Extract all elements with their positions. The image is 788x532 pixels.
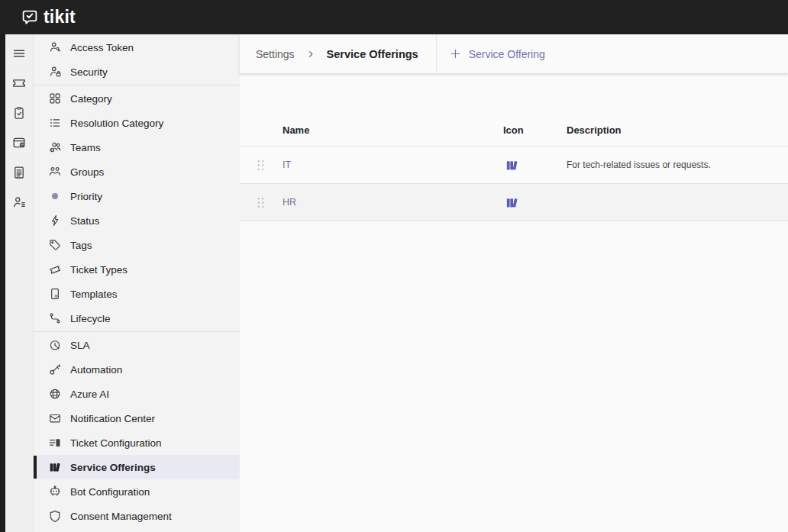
settings-sidebar: Access Token Security [34, 34, 240, 532]
logo-wordmark: tikit [44, 7, 76, 27]
sidebar-item-label: Tags [70, 240, 92, 251]
people-add-icon [48, 140, 62, 154]
document-icon[interactable] [9, 163, 29, 182]
sidebar-item-azure-ai[interactable]: Azure AI [34, 382, 240, 406]
service-offering-description: For tech-related issues or requests. [567, 160, 788, 170]
sidebar-item-label: Templates [70, 289, 118, 300]
sidebar-item-label: SLA [70, 340, 90, 351]
sidebar-item-ticket-configuration[interactable]: Ticket Configuration [34, 430, 240, 455]
sidebar-item-label: Notification Center [70, 413, 155, 424]
mail-icon [48, 411, 62, 425]
sidebar-item-service-offerings[interactable]: Service Offerings [34, 455, 240, 479]
flow-icon [48, 311, 62, 325]
document-template-icon [48, 287, 62, 301]
sidebar-item-ticket-types[interactable]: Ticket Types [34, 257, 240, 282]
sidebar-item-label: Azure AI [70, 389, 109, 400]
sidebar-item-label: Groups [70, 166, 104, 178]
sidebar-divider [34, 331, 240, 332]
plus-icon [450, 48, 461, 60]
drag-handle-icon[interactable] [257, 197, 265, 208]
list-bullets-icon [48, 116, 62, 130]
sidebar-item-label: Service Offerings [70, 462, 156, 473]
column-header-description: Description [567, 124, 788, 136]
sidebar-item-access-token[interactable]: Access Token [34, 35, 240, 60]
sidebar-item-bot-configuration[interactable]: Bot Configuration [34, 479, 240, 504]
sidebar-item-label: Lifecycle [70, 313, 111, 324]
ticket-diagonal-icon [48, 263, 62, 276]
clock-icon [48, 338, 62, 352]
sidebar-item-notification-center[interactable]: Notification Center [34, 406, 240, 430]
hamburger-menu-icon[interactable] [9, 44, 29, 63]
table-header-row: Name Icon Description [240, 114, 788, 147]
shield-icon [48, 509, 62, 523]
icon-rail [5, 34, 34, 532]
add-service-offering-label: Service Offering [469, 48, 545, 60]
sidebar-item-label: Security [70, 66, 108, 78]
people-team-icon [48, 165, 62, 179]
priority-dot-icon [48, 189, 62, 203]
bot-icon [48, 485, 62, 498]
grid-icon [48, 92, 62, 105]
chat-check-logo-icon [21, 8, 39, 27]
books-icon [505, 195, 519, 210]
main-panel: Settings Service Offerings Service Offer… [240, 34, 788, 532]
sidebar-item-label: Bot Configuration [70, 486, 150, 498]
sidebar-item-label: Automation [70, 364, 122, 376]
sidebar-item-category[interactable]: Category [34, 86, 240, 111]
sidebar-item-status[interactable]: Status [34, 208, 240, 233]
sidebar-item-label: Ticket Configuration [70, 437, 162, 449]
brain-icon [48, 387, 62, 401]
sidebar-item-tags[interactable]: Tags [34, 233, 240, 257]
person-key-icon [48, 40, 62, 54]
sidebar-item-resolution-category[interactable]: Resolution Category [34, 111, 240, 135]
clipboard-check-icon[interactable] [9, 103, 29, 123]
top-app-bar: tikit [0, 0, 788, 34]
sidebar-item-label: Status [70, 215, 99, 227]
sidebar-item-label: Category [70, 93, 112, 105]
sidebar-item-templates[interactable]: Templates [34, 282, 240, 306]
person-lock-icon [48, 65, 62, 79]
sidebar-item-lifecycle[interactable]: Lifecycle [34, 306, 240, 330]
service-offering-name-link[interactable]: HR [283, 197, 503, 208]
sidebar-item-automation[interactable]: Automation [34, 357, 240, 382]
column-header-name: Name [283, 124, 503, 136]
ticket-icon[interactable] [9, 73, 29, 93]
sidebar-item-label: Access Token [70, 42, 134, 53]
sidebar-item-consent-management[interactable]: Consent Management [34, 504, 240, 528]
books-icon [505, 158, 519, 172]
sidebar-item-label: Ticket Types [70, 264, 128, 276]
add-service-offering-button[interactable]: Service Offering [437, 34, 558, 73]
drag-handle-icon[interactable] [257, 160, 265, 171]
flash-icon [48, 214, 62, 227]
table-row[interactable]: IT For tech-related issues or requests. [240, 147, 788, 184]
sidebar-divider [34, 85, 240, 85]
service-offerings-content: Name Icon Description IT [240, 73, 788, 532]
sidebar-item-label: Resolution Category [70, 118, 163, 129]
sidebar-item-sla[interactable]: SLA [34, 333, 240, 357]
sidebar-item-label: Priority [70, 191, 102, 202]
sidebar-item-label: Teams [70, 142, 101, 153]
sidebar-item-teams[interactable]: Teams [34, 135, 240, 160]
ticket-settings-icon [48, 436, 62, 450]
chevron-right-icon [306, 50, 315, 59]
tikit-logo[interactable]: tikit [21, 7, 76, 27]
people-audit-icon[interactable] [9, 192, 29, 212]
sidebar-item-security[interactable]: Security [34, 60, 240, 84]
wallet-contact-icon[interactable] [9, 133, 29, 153]
books-icon [48, 460, 62, 474]
table-row[interactable]: HR [240, 184, 788, 221]
column-header-icon: Icon [503, 124, 567, 136]
service-offering-name-link[interactable]: IT [283, 160, 503, 170]
key-icon [48, 363, 62, 376]
tag-icon [48, 238, 62, 252]
left-edge-strip [0, 34, 5, 532]
breadcrumb-current-page: Service Offerings [327, 48, 418, 60]
sidebar-item-groups[interactable]: Groups [34, 160, 240, 184]
sidebar-item-priority[interactable]: Priority [34, 184, 240, 208]
page-header: Settings Service Offerings Service Offer… [240, 34, 788, 73]
breadcrumb-settings-link[interactable]: Settings [256, 48, 295, 60]
sidebar-item-label: Consent Management [70, 511, 172, 522]
